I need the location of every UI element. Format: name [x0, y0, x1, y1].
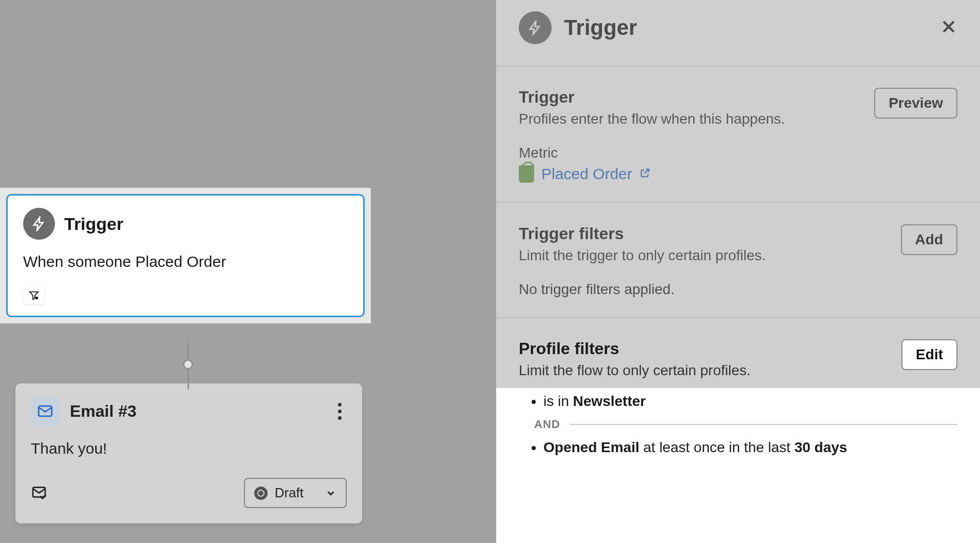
- metric-link[interactable]: Placed Order: [541, 165, 632, 183]
- divider-line: [570, 424, 957, 425]
- close-button[interactable]: [940, 18, 957, 37]
- trigger-filters-section: Trigger filters Limit the trigger to onl…: [496, 203, 980, 318]
- send-preview-icon[interactable]: [31, 484, 47, 502]
- email-status-label: Draft: [275, 485, 304, 501]
- email-icon: [31, 397, 60, 425]
- flow-canvas[interactable]: Trigger When someone Placed Order Email …: [0, 0, 496, 543]
- trigger-subtext: Profiles enter the flow when this happen…: [519, 111, 785, 127]
- trigger-node-wrapper: Trigger When someone Placed Order: [0, 188, 371, 323]
- bolt-icon: [519, 11, 552, 44]
- trigger-filters-heading: Trigger filters: [519, 224, 766, 243]
- shopify-icon: [519, 165, 534, 183]
- profile-filter-indicator-icon[interactable]: [23, 286, 45, 304]
- trigger-section: Trigger Profiles enter the flow when thi…: [496, 66, 980, 203]
- trigger-config-panel: Trigger Trigger Profiles enter the flow …: [496, 0, 980, 543]
- profile-filters-heading: Profile filters: [519, 339, 750, 358]
- email-status-dropdown[interactable]: Draft: [244, 478, 347, 508]
- trigger-filters-empty: No trigger filters applied.: [519, 281, 957, 298]
- trigger-heading: Trigger: [519, 88, 785, 107]
- add-trigger-filter-button[interactable]: Add: [901, 224, 957, 255]
- email-node[interactable]: Email #3 Thank you! Draft: [15, 383, 362, 523]
- profile-filter-rule: Opened Email at least once in the last 3…: [543, 439, 957, 456]
- svg-point-0: [35, 297, 39, 300]
- metric-label: Metric: [519, 145, 957, 161]
- preview-button[interactable]: Preview: [874, 88, 957, 119]
- profile-filters-list: is in Newsletter: [519, 393, 957, 410]
- email-node-menu-button[interactable]: [332, 403, 347, 420]
- trigger-node[interactable]: Trigger When someone Placed Order: [6, 194, 365, 317]
- add-step-handle[interactable]: [183, 359, 193, 370]
- trigger-filters-subtext: Limit the trigger to only certain profil…: [519, 247, 766, 264]
- panel-title: Trigger: [564, 15, 928, 40]
- profile-filters-section: Profile filters Limit the flow to only c…: [496, 318, 980, 479]
- email-node-title: Email #3: [70, 402, 322, 421]
- and-divider: AND: [534, 418, 957, 431]
- status-dot-icon: [254, 487, 268, 500]
- chevron-down-icon: [325, 488, 336, 499]
- bolt-icon: [23, 208, 55, 240]
- profile-filters-subtext: Limit the flow to only certain profiles.: [519, 362, 750, 379]
- trigger-node-description: When someone Placed Order: [23, 253, 348, 270]
- trigger-node-title: Trigger: [64, 214, 123, 234]
- panel-header: Trigger: [496, 0, 980, 66]
- external-link-icon: [639, 167, 651, 181]
- and-label: AND: [534, 418, 560, 431]
- edit-profile-filters-button[interactable]: Edit: [901, 339, 957, 370]
- profile-filter-rule: is in Newsletter: [543, 393, 957, 410]
- email-node-subject: Thank you!: [31, 440, 347, 457]
